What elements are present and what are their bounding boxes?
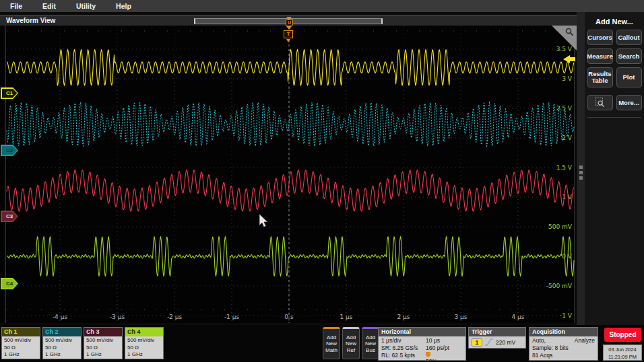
magnifier-icon xyxy=(564,26,575,38)
bottom-status-bar: Ch 1 500 mV/div 50 Ω 1 GHz Ch 2 500 mV/d… xyxy=(0,325,644,362)
x-tick-label: -1 µs xyxy=(224,314,240,320)
y-tick-label: 3 V xyxy=(562,75,573,82)
y-tick-label: -1 V xyxy=(560,312,573,319)
channel-4-panel[interactable]: Ch 4 500 mV/div 50 Ω 1 GHz xyxy=(125,327,164,359)
acquisition-count: 81 Acqs xyxy=(532,352,595,359)
add-new-title: Add New... xyxy=(585,12,644,30)
channel-3-panel[interactable]: Ch 3 500 mV/div 50 Ω 1 GHz xyxy=(84,327,123,359)
menu-edit[interactable]: Edit xyxy=(32,2,66,10)
sample-resolution: 160 ps/pt xyxy=(426,345,465,352)
x-tick-label: -2 µs xyxy=(167,314,183,320)
channel-2-badge-label: C2 xyxy=(2,146,18,155)
y-tick-label: -500 mV xyxy=(546,283,573,289)
trigger-level: 220 mV xyxy=(496,339,515,346)
waveform-view-tab[interactable]: Waveform View xyxy=(6,17,55,24)
acquisition-panel[interactable]: Acquisition Auto, Analyze Sample: 8 bits… xyxy=(529,327,598,361)
acquisition-mode: Auto, xyxy=(532,337,546,345)
horizontal-scale: 1 µs/div xyxy=(381,337,426,345)
channel-2-scale: 500 mV/div xyxy=(45,337,81,345)
channel-2-panel[interactable]: Ch 2 500 mV/div 50 Ω 1 GHz xyxy=(42,327,82,359)
record-length: RL: 62.5 kpts xyxy=(381,352,426,362)
search-button[interactable]: Search xyxy=(616,48,642,64)
trigger-level-arrow-icon xyxy=(563,55,575,63)
channel-1-scale: 500 mV/div xyxy=(4,337,40,345)
trigger-panel[interactable]: Trigger 1 220 mV xyxy=(468,327,526,349)
channel-2-bandwidth: 1 GHz xyxy=(45,351,81,359)
y-tick-label: 1.5 V xyxy=(556,164,573,171)
channel-2-label: Ch 2 xyxy=(43,328,81,336)
add-new-panel: Add New... Cursors Callout Measure Searc… xyxy=(585,12,644,325)
plot-button[interactable]: Plot xyxy=(616,67,642,87)
waveform-view-header: Waveform View U xyxy=(0,15,577,26)
add-new-bus-button[interactable]: Add New Bus xyxy=(362,327,379,359)
results-table-button[interactable]: Results Table xyxy=(587,67,613,87)
trigger-panel-title: Trigger xyxy=(469,328,525,336)
graticule[interactable]: -4 µs-3 µs-2 µs-1 µs0 s1 µs2 µs3 µs4 µs3… xyxy=(0,26,577,323)
x-tick-label: 3 µs xyxy=(454,314,467,320)
callout-button[interactable]: Callout xyxy=(616,30,642,45)
channel-4-badge-label: C4 xyxy=(2,279,18,289)
horizontal-duration: 10 µs xyxy=(426,337,465,345)
channel-1-panel[interactable]: Ch 1 500 mV/div 50 Ω 1 GHz xyxy=(1,327,40,359)
channel-1-badge-label: C1 xyxy=(2,89,18,98)
add-new-ref-button[interactable]: Add New Ref xyxy=(342,327,360,359)
position-flag-icon xyxy=(426,352,431,358)
channel-3-bandwidth: 1 GHz xyxy=(86,351,122,359)
y-tick-label: 3.5 V xyxy=(556,46,573,52)
channel-3-impedance: 50 Ω xyxy=(86,345,122,352)
ch2-waveform xyxy=(7,102,574,146)
scope-plot: -4 µs-3 µs-2 µs-1 µs0 s1 µs2 µs3 µs4 µs3… xyxy=(0,26,577,323)
horizontal-panel[interactable]: Horizontal 1 µs/div 10 µs SR: 6.25 GS/s … xyxy=(378,327,466,361)
panel-divider xyxy=(587,117,641,118)
channel-1-label: Ch 1 xyxy=(2,328,40,336)
channel-4-bandwidth: 1 GHz xyxy=(127,351,163,359)
trigger-flag-label: T xyxy=(284,30,293,38)
horizontal-panel-title: Horizontal xyxy=(379,328,465,336)
menu-bar: File Edit Utility Help xyxy=(0,0,644,12)
measure-button[interactable]: Measure xyxy=(587,48,613,64)
more-button[interactable]: More... xyxy=(616,95,642,110)
zoom-overlay-button[interactable] xyxy=(587,95,613,110)
acquisition-panel-title: Acquisition xyxy=(529,328,598,336)
trigger-arrow-tail-icon xyxy=(286,39,290,42)
panel-splitter[interactable] xyxy=(577,12,585,325)
channel-3-label: Ch 3 xyxy=(84,328,122,336)
menu-help[interactable]: Help xyxy=(106,2,141,10)
time: 11:21:09 PM xyxy=(604,353,641,361)
channel-4-impedance: 50 Ω xyxy=(127,345,163,352)
x-tick-label: -3 µs xyxy=(110,314,125,320)
channel-1-bandwidth: 1 GHz xyxy=(4,351,40,359)
ch1-waveform xyxy=(7,50,574,85)
trigger-source-badge: 1 xyxy=(472,338,482,347)
y-tick-label: 1 V xyxy=(562,194,573,201)
run-stop-button[interactable]: Stopped xyxy=(604,328,641,342)
channel-4-label: Ch 4 xyxy=(125,328,163,336)
acquisition-sample: Sample: 8 bits xyxy=(532,345,595,352)
x-tick-label: -4 µs xyxy=(53,314,68,320)
y-tick-label: 500 mV xyxy=(548,223,573,230)
channel-2-impedance: 50 Ω xyxy=(45,345,81,352)
splitter-grip[interactable] xyxy=(577,12,585,180)
channel-1-impedance: 50 Ω xyxy=(4,345,40,352)
channel-3-scale: 500 mV/div xyxy=(86,337,122,345)
trigger-position-flag[interactable]: T xyxy=(284,26,294,47)
trigger-arrow-icon xyxy=(286,26,292,30)
zoom-overlay-icon xyxy=(594,97,606,108)
datetime-display: 03 Jun 2024 11:21:09 PM xyxy=(603,345,642,361)
rising-edge-icon xyxy=(485,338,493,347)
channel-3-badge-label: C3 xyxy=(2,212,18,221)
x-tick-label: 1 µs xyxy=(340,314,352,320)
x-tick-label: 2 µs xyxy=(397,314,410,320)
sample-rate: SR: 6.25 GS/s xyxy=(381,345,426,352)
menu-utility[interactable]: Utility xyxy=(66,2,106,10)
channel-4-scale: 500 mV/div xyxy=(127,337,163,345)
cursors-button[interactable]: Cursors xyxy=(587,30,613,45)
menu-file[interactable]: File xyxy=(0,2,32,10)
ch3-waveform xyxy=(7,170,574,211)
horizontal-position: 50% xyxy=(426,352,465,362)
waveform-view: Waveform View U -4 µs-3 µs-2 µs-1 µs0 s1… xyxy=(0,12,577,325)
x-tick-label: 4 µs xyxy=(511,314,524,320)
acquisition-analyze: Analyze xyxy=(575,337,595,345)
add-new-math-button[interactable]: Add New Math xyxy=(323,327,340,359)
mouse-cursor xyxy=(259,214,268,227)
